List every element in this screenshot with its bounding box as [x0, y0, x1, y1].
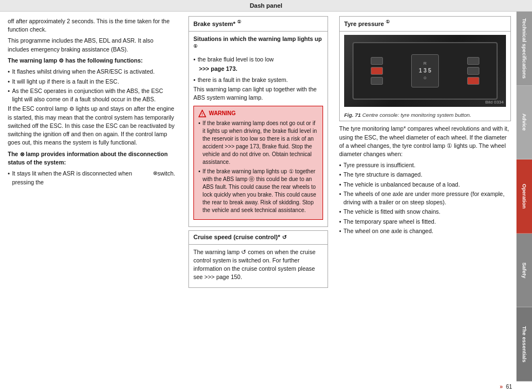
dash-art: R 1 3 5 ⊙ [352, 42, 498, 100]
gear-r: R [423, 60, 427, 67]
sidebar-tab-operation[interactable]: Operation [516, 159, 532, 234]
bullet-esc-abs: As the ESC operates in conjunction with … [8, 87, 175, 104]
tyre-bullet-2: The vehicle is unbalanced because of a l… [339, 180, 511, 189]
bullet-brake-fluid: the brake fluid level is too low [193, 55, 323, 64]
top-bar-title: Dash panel [250, 2, 283, 9]
warning-lamp-header: The warning lamp ⚙ has the following fun… [8, 56, 175, 65]
brake-section-header: Brake system* ① [189, 17, 328, 32]
tyre-image: R 1 3 5 ⊙ [344, 35, 506, 107]
bullet-light-fault: It will light up if there is a fault in … [8, 78, 175, 86]
left-column: off after approximately 2 seconds. This … [0, 12, 183, 381]
fig-ref: Bild 0334 [485, 99, 504, 106]
intro-text: off after approximately 2 seconds. This … [8, 17, 175, 34]
brake-icon: ① [237, 19, 241, 24]
stays-lit-symbol: ⊗ [153, 169, 157, 186]
brake-section-content: Situations in which the warning lamp lig… [189, 32, 328, 226]
bullet-flash: It flashes whilst driving when the ASR/E… [8, 68, 175, 76]
tyre-image-inner: R 1 3 5 ⊙ [344, 35, 506, 107]
main-content: off after approximately 2 seconds. This … [0, 12, 532, 381]
tyre-bullet-5: The temporary spare wheel is fitted. [339, 218, 511, 226]
ctrl-btn-3 [371, 77, 383, 85]
tyre-bullet-0: Tyre pressure is insufficient. [339, 161, 511, 169]
middle-column: Brake system* ① Situations in which the … [183, 12, 334, 381]
cruise-text: The warning lamp ↺ comes on when the cru… [193, 248, 323, 282]
page-ref-1: >>> page 173. [199, 65, 323, 73]
situations-icon: ① [193, 44, 197, 49]
top-bar: Dash panel [0, 0, 532, 12]
page-container: Dash panel off after approximately 2 sec… [0, 0, 532, 392]
warning-title: ! WARNING [198, 110, 318, 117]
warning-triangle-icon: ! [198, 110, 206, 117]
tyre-section-header: Tyre pressure ① [340, 17, 510, 32]
warning-bullet-1: If the brake warning lamp does not go ou… [198, 120, 318, 166]
page-number: 61 [506, 384, 512, 390]
fig-caption: Fig. 71 Centre console: tyre monitoring … [340, 110, 510, 121]
gear-selector: R 1 3 5 ⊙ [411, 54, 439, 87]
esc-control-text: If the ESC control lamp ⚙ lights up and … [8, 105, 175, 147]
bullet-brake-fault: there is a fault in the brake system. [193, 76, 323, 84]
gear-display: 1 3 5 [419, 67, 431, 75]
dashboard-panel: R 1 3 5 ⊙ [344, 35, 506, 107]
esc-symbol: ⚙ [69, 106, 74, 112]
footer-arrow: » [500, 384, 503, 390]
lamp-provides-header: The ⊗ lamp provides information about th… [8, 150, 175, 167]
together-text: This warning lamp can light up together … [193, 85, 323, 102]
right-column: Tyre pressure ① [334, 12, 516, 381]
ctrl-btn-2 [371, 67, 383, 75]
tyre-bullet-6: The wheel on one axle is changed. [339, 227, 511, 235]
tyre-bullet-3: The wheels of one axle are under more pr… [339, 190, 511, 207]
ctrl-btn-1 [371, 57, 383, 65]
tyre-icon: ① [386, 19, 390, 24]
ctrl-btn-6 [467, 77, 479, 85]
brake-section-box: Brake system* ① Situations in which the … [188, 16, 328, 227]
lamp-symbol: ⊗ [20, 151, 24, 157]
sidebar-tab-safety[interactable]: Safety [516, 234, 532, 308]
cruise-section-content: The warning lamp ↺ comes on when the cru… [189, 245, 328, 288]
cruise-section-header: Cruise speed (cruise control)* ↺ [189, 231, 328, 245]
gear-label: ⊙ [423, 75, 427, 81]
svg-text:!: ! [202, 112, 203, 116]
sidebar-tab-advice[interactable]: Advice [516, 86, 532, 160]
tyre-bullet-4: The vehicle is fitted with snow chains. [339, 208, 511, 216]
ctrl-btn-4 [467, 57, 479, 65]
sidebar-tab-essentials[interactable]: The essentials [516, 307, 532, 381]
tyre-intro-text: The tyre monitoring lamp* compares wheel… [339, 125, 511, 158]
warning-box: ! WARNING If the brake warning lamp does… [193, 106, 323, 220]
warning-bullet-2: If the brake warning lamp lights up ① to… [198, 168, 318, 214]
warning-lamp-symbol: ⚙ [59, 58, 64, 64]
cruise-section-box: Cruise speed (cruise control)* ↺ The war… [188, 230, 328, 288]
right-sidebar: Technical specifications Advice Operatio… [516, 12, 532, 381]
bullet-stays-lit: It stays lit when the ASR is disconnecte… [8, 169, 175, 186]
left-controls [371, 57, 383, 85]
tyre-section-box: Tyre pressure ① [339, 16, 511, 121]
page-footer: » 61 [0, 381, 532, 392]
sidebar-tab-technical[interactable]: Technical specifications [516, 12, 532, 86]
right-controls [467, 57, 479, 85]
situations-header: Situations in which the warning lamp lig… [193, 35, 323, 53]
ctrl-btn-5 [467, 67, 479, 75]
tyre-bullet-1: The tyre structure is damaged. [339, 171, 511, 179]
cruise-icon: ↺ [282, 234, 287, 240]
programme-text: This programme includes the ABS, EDL and… [8, 37, 175, 53]
